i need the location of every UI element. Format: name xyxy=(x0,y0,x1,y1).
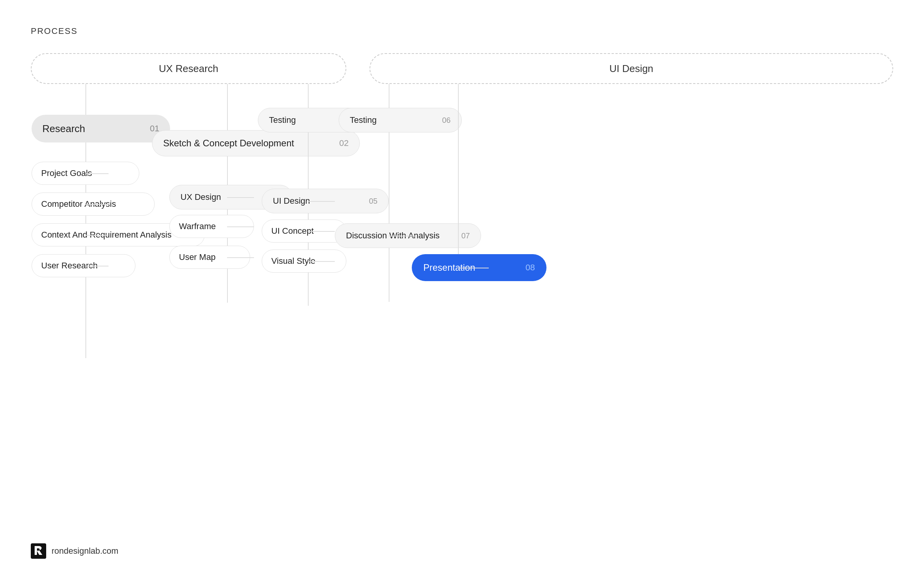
node-ux-design-label: UX Design xyxy=(180,192,221,202)
node-discussion-num: 07 xyxy=(461,231,470,240)
node-user-map-label: User Map xyxy=(179,252,216,262)
hline-context xyxy=(85,235,109,236)
vline-testing06-main xyxy=(389,132,389,302)
hline-ui-concept xyxy=(308,231,335,232)
node-sketch-label: Sketch & Concept Development xyxy=(163,138,294,149)
logo-icon xyxy=(31,543,46,559)
vline-presentation-top xyxy=(458,84,459,260)
category-ui-label: UI Design xyxy=(369,53,893,84)
node-testing-06-num: 06 xyxy=(442,116,451,125)
node-user-research: User Research xyxy=(32,254,135,277)
node-ui-design-05-label: UI Design xyxy=(273,196,310,206)
node-sketch: Sketch & Concept Development 02 xyxy=(152,130,360,156)
hline-presentation xyxy=(458,268,489,268)
hline-ux-design xyxy=(227,197,254,198)
hline-competitor xyxy=(85,204,109,205)
vline-col1-top xyxy=(85,84,86,115)
category-ui-design: UI Design xyxy=(369,53,893,84)
node-project-goals-label: Project Goals xyxy=(41,168,92,178)
node-testing-06-label: Testing xyxy=(350,115,377,125)
hline-visual-style xyxy=(308,261,335,262)
node-presentation-num: 08 xyxy=(526,263,535,273)
hline-project-goals xyxy=(85,173,109,174)
node-research-label: Research xyxy=(42,123,85,135)
vline-col3-top xyxy=(227,84,228,130)
category-ux-label: UX Research xyxy=(31,53,346,84)
category-ux-research: UX Research xyxy=(31,53,346,84)
node-ui-concept-label: UI Concept xyxy=(271,226,314,236)
footer-url: rondesignlab.com xyxy=(52,546,119,556)
hline-discussion xyxy=(389,236,416,236)
node-ui-design-05-num: 05 xyxy=(369,197,378,206)
node-research: Research 01 xyxy=(32,115,170,142)
vline-testing04-top xyxy=(308,84,309,108)
hline-user-research xyxy=(85,266,109,266)
node-testing-06: Testing 06 xyxy=(339,108,462,132)
hline-user-map xyxy=(227,257,254,258)
vline-col4-main xyxy=(308,132,309,306)
hline-warframe xyxy=(227,226,254,227)
hline-ui-design-05 xyxy=(308,201,335,202)
footer: rondesignlab.com xyxy=(31,543,119,559)
vline-testing06-top xyxy=(389,84,389,108)
node-sketch-num: 02 xyxy=(339,138,349,148)
node-warframe-label: Warframe xyxy=(179,221,216,231)
page-title: PROCESS xyxy=(31,26,78,36)
node-testing-04-label: Testing xyxy=(269,115,296,125)
